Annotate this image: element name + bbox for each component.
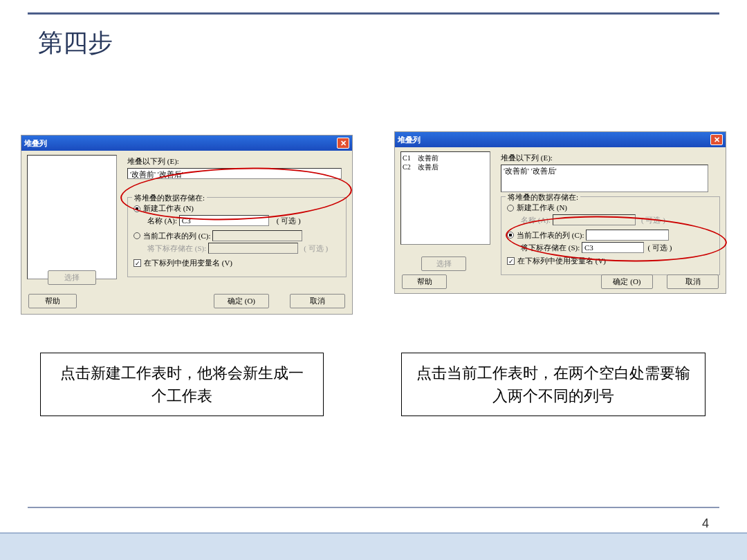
storage-legend-b: 将堆叠的数据存储在:: [506, 192, 580, 203]
dialog-a: 堆叠列 ✕ 堆叠以下列 (E): '改善前' '改善后' 将堆叠的数据存储在: …: [21, 135, 353, 315]
ok-button-b[interactable]: 确定 (O): [601, 274, 653, 289]
titlebar-b: 堆叠列 ✕: [395, 132, 726, 147]
bottom-rule: [28, 507, 719, 508]
optional-1: ( 可选 ): [277, 216, 301, 226]
stack-input-b[interactable]: '改善前' '改善后': [501, 165, 708, 192]
titlebar-a: 堆叠列 ✕: [21, 136, 352, 151]
page-number: 4: [702, 516, 709, 531]
stack-label-b: 堆叠以下列 (E):: [501, 153, 553, 163]
top-rule: [28, 12, 719, 15]
dialog-b: 堆叠列 ✕ C1 改善前 C2 改善后 堆叠以下列 (E): '改善前' '改善…: [394, 131, 726, 294]
current-col-input: [212, 230, 302, 241]
column-list-b[interactable]: C1 改善前 C2 改善后: [400, 151, 490, 245]
check-icon[interactable]: ✓: [133, 259, 141, 267]
slide-title: 第四步: [38, 26, 113, 60]
bottom-band: [0, 532, 747, 560]
cancel-button-b[interactable]: 取消: [667, 274, 719, 289]
select-button: 选择: [48, 270, 96, 285]
dialog-a-title: 堆叠列: [24, 138, 47, 149]
ok-button[interactable]: 确定 (O): [214, 294, 269, 308]
optional-2: ( 可选 ): [304, 243, 328, 254]
sub-label: 将下标存储在 (S):: [147, 243, 206, 254]
dialog-b-title: 堆叠列: [398, 135, 421, 145]
close-icon[interactable]: ✕: [710, 134, 723, 145]
slide: 第四步 堆叠列 ✕ 堆叠以下列 (E): '改善前' '改善后' 将堆叠的数据存…: [0, 0, 747, 560]
close-icon[interactable]: ✕: [337, 138, 349, 149]
caption-b: 点击当前工作表时，在两个空白处需要输入两个不同的列号: [401, 353, 706, 416]
stack-label: 堆叠以下列 (E):: [127, 156, 179, 167]
caption-a: 点击新建工作表时，他将会新生成一个工作表: [40, 353, 324, 416]
radio-empty[interactable]: [133, 232, 140, 239]
sub-input: [208, 243, 298, 254]
radio-current[interactable]: 当前工作表的列 (C):: [143, 231, 210, 241]
checkbox-label[interactable]: 在下标列中使用变量名 (V): [144, 258, 232, 268]
panel-a: 堆叠以下列 (E): '改善前' '改善后' 将堆叠的数据存储在: 新建工作表 …: [21, 151, 352, 314]
radio-new-b[interactable]: 新建工作表 (N): [517, 203, 567, 213]
radio-empty-b[interactable]: [507, 205, 514, 212]
column-list-a[interactable]: [27, 155, 117, 279]
select-button-b: 选择: [421, 256, 466, 271]
help-button-b[interactable]: 帮助: [402, 274, 447, 289]
help-button[interactable]: 帮助: [28, 294, 77, 308]
panel-b: C1 改善前 C2 改善后 堆叠以下列 (E): '改善前' '改善后' 将堆叠…: [395, 147, 726, 293]
cancel-button[interactable]: 取消: [290, 294, 345, 308]
check-icon-b[interactable]: ✓: [507, 257, 515, 265]
